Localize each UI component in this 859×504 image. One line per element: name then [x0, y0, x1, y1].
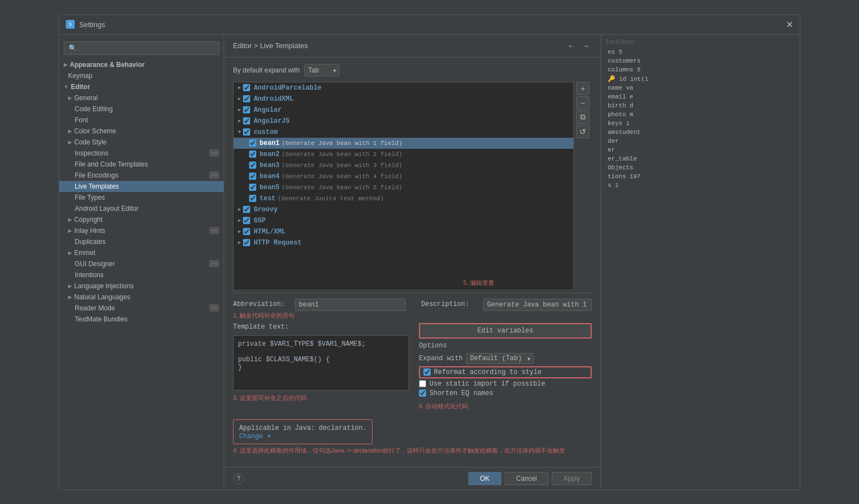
- description-input[interactable]: [483, 299, 592, 311]
- group-checkbox-AndroidXML[interactable]: [243, 95, 250, 102]
- group-checkbox-AndroidParcelable[interactable]: [243, 84, 250, 91]
- content-header: Editor > Live Templates ← →: [224, 35, 601, 58]
- sidebar-badge-file-encodings: ⋯: [209, 172, 219, 179]
- group-checkbox-GSP[interactable]: [243, 217, 250, 224]
- group-checkbox-custom[interactable]: [243, 128, 250, 136]
- sidebar-item-general[interactable]: ▶General: [59, 92, 224, 103]
- sidebar-item-android-layout[interactable]: Android Layout Editor: [59, 203, 224, 214]
- sidebar-item-file-encodings[interactable]: File Encodings⋯: [59, 170, 224, 181]
- sidebar-item-duplicates[interactable]: Duplicates: [59, 236, 224, 247]
- cancel-button[interactable]: Cancel: [505, 472, 548, 485]
- template-group-custom: ▼ custom bean1 (Generate Java bean with …: [234, 127, 573, 204]
- item-checkbox-bean5[interactable]: [249, 184, 256, 191]
- sidebar-item-label-textmate-bundles: TextMate Bundles: [75, 315, 127, 323]
- group-arrow-AngularJS: ▶: [238, 118, 241, 124]
- sidebar-item-keymap[interactable]: Keymap: [59, 70, 224, 81]
- annotation-4: 4. 这里选择此模板的作用域，仅勾选Java -> declaration就行了…: [233, 446, 592, 455]
- item-checkbox-bean1[interactable]: [249, 139, 256, 147]
- right-panel-header: localhost: [606, 39, 795, 45]
- copy-template-button[interactable]: ⧉: [576, 111, 589, 124]
- sidebar-item-emmet[interactable]: ▶Emmet: [59, 247, 224, 258]
- sidebar-item-label-copyright: Copyright: [74, 216, 102, 224]
- sidebar-item-gui-designer[interactable]: GUI Designer⋯: [59, 258, 224, 269]
- template-item-bean2[interactable]: bean2 (Generate Java bean with 2 field): [234, 149, 573, 160]
- right-panel-item: birth d: [606, 101, 795, 110]
- change-link[interactable]: Change ▾: [239, 432, 366, 440]
- static-import-checkbox[interactable]: [419, 380, 426, 387]
- sidebar-item-reader-mode[interactable]: Reader Mode⋯: [59, 303, 224, 314]
- add-template-button[interactable]: +: [576, 82, 589, 95]
- sidebar-item-code-style[interactable]: ▶Code Style: [59, 137, 224, 148]
- reformat-checkbox[interactable]: [423, 368, 431, 376]
- settings-dialog: S Settings ✕ ▶Appearance & BehaviorKeyma…: [59, 14, 800, 490]
- expand-with-label: By default expand with: [233, 66, 300, 74]
- template-group-header-AngularJS[interactable]: ▶ AngularJS: [234, 116, 573, 127]
- item-checkbox-bean3[interactable]: [249, 162, 256, 169]
- sidebar-item-language-injections[interactable]: ▶Language Injections: [59, 280, 224, 292]
- group-checkbox-HTTP_Request[interactable]: [243, 239, 250, 246]
- sidebar-item-intentions[interactable]: Intentions: [59, 269, 224, 280]
- template-group-header-AndroidParcelable[interactable]: ▶ AndroidParcelable: [234, 82, 573, 93]
- sidebar-item-file-types[interactable]: File Types: [59, 192, 224, 203]
- expand-with-select[interactable]: Tab Enter Space: [304, 64, 339, 76]
- sidebar-item-label-keymap: Keymap: [68, 72, 92, 80]
- group-checkbox-Groovy[interactable]: [243, 206, 250, 213]
- sidebar-item-color-scheme[interactable]: ▶Color Scheme: [59, 126, 224, 137]
- remove-template-button[interactable]: −: [576, 96, 589, 110]
- sidebar-item-inspections[interactable]: Inspections⋯: [59, 148, 224, 159]
- group-checkbox-HTML_XML[interactable]: [243, 228, 250, 235]
- sidebar: ▶Appearance & BehaviorKeymap▼Editor▶Gene…: [59, 35, 224, 490]
- search-input[interactable]: [64, 41, 219, 55]
- group-checkbox-AngularJS[interactable]: [243, 117, 250, 124]
- sidebar-item-code-editing[interactable]: Code Editing: [59, 103, 224, 115]
- item-desc-bean2: (Generate Java bean with 2 field): [282, 151, 402, 158]
- right-panel-item: amstudent: [606, 128, 795, 137]
- abbreviation-input[interactable]: [295, 299, 406, 311]
- sidebar-item-label-file-encodings: File Encodings: [75, 172, 118, 179]
- expand-with-option-select[interactable]: Default (Tab) Tab Enter: [466, 353, 534, 364]
- edit-variables-button[interactable]: Edit variables: [419, 323, 592, 339]
- shorten-eq-checkbox-row: Shorten EQ names: [419, 389, 592, 397]
- sidebar-item-inlay-hints[interactable]: ▶Inlay Hints⋯: [59, 225, 224, 236]
- sidebar-item-natural-languages[interactable]: ▶Natural Languages: [59, 292, 224, 303]
- close-button[interactable]: ✕: [786, 19, 793, 30]
- template-group-AndroidXML: ▶ AndroidXML: [234, 93, 573, 105]
- sidebar-item-editor[interactable]: ▼Editor: [59, 81, 224, 92]
- template-group-header-GSP[interactable]: ▶ GSP: [234, 215, 573, 226]
- template-text-area[interactable]: private $VAR1_TYPE$ $VAR1_NAME$; public …: [233, 335, 409, 391]
- ok-button[interactable]: OK: [468, 472, 501, 485]
- template-item-bean5[interactable]: bean5 (Generate Java bean with 5 field): [234, 182, 573, 193]
- applicable-area: Applicable in Java: declaration. Change …: [233, 419, 372, 444]
- item-checkbox-test[interactable]: [249, 195, 256, 202]
- description-label: Description:: [421, 299, 477, 308]
- item-checkbox-bean2[interactable]: [249, 150, 256, 158]
- template-item-bean4[interactable]: bean4 (Generate Java bean with 4 field): [234, 171, 573, 182]
- template-item-bean3[interactable]: bean3 (Generate Java bean with 3 field): [234, 160, 573, 171]
- template-group-header-HTML_XML[interactable]: ▶ HTML/XML: [234, 226, 573, 237]
- shorten-eq-checkbox[interactable]: [419, 389, 426, 397]
- restore-template-button[interactable]: ↺: [576, 125, 589, 138]
- template-group-header-HTTP_Request[interactable]: ▶ HTTP Request: [234, 237, 573, 248]
- template-group-header-AndroidXML[interactable]: ▶ AndroidXML: [234, 93, 573, 105]
- template-group-header-Angular[interactable]: ▶ Angular: [234, 105, 573, 116]
- sidebar-item-copyright[interactable]: ▶Copyright: [59, 214, 224, 225]
- sidebar-item-appearance[interactable]: ▶Appearance & Behavior: [59, 59, 224, 70]
- arrow-icon-language-injections: ▶: [68, 283, 72, 289]
- sidebar-item-font[interactable]: Font: [59, 115, 224, 126]
- apply-button[interactable]: Apply: [552, 472, 592, 485]
- group-checkbox-Angular[interactable]: [243, 106, 250, 113]
- sidebar-item-live-templates[interactable]: Live Templates: [59, 181, 224, 192]
- template-item-bean1[interactable]: bean1 (Generate Java bean with 1 field): [234, 138, 573, 149]
- sidebar-item-textmate-bundles[interactable]: TextMate Bundles: [59, 314, 224, 325]
- sidebar-badge-reader-mode: ⋯: [209, 304, 219, 311]
- back-button[interactable]: ←: [565, 40, 577, 51]
- right-panel-item: email e: [606, 92, 795, 101]
- sidebar-item-file-code-templates[interactable]: File and Code Templates: [59, 159, 224, 170]
- template-group-header-custom[interactable]: ▼ custom: [234, 127, 573, 138]
- template-group-header-Groovy[interactable]: ▶ Groovy: [234, 204, 573, 215]
- help-button[interactable]: ?: [233, 473, 244, 484]
- dialog-title: Settings: [79, 20, 105, 29]
- item-checkbox-bean4[interactable]: [249, 173, 256, 180]
- template-item-test[interactable]: test (Generate Junit4 test method): [234, 193, 573, 204]
- forward-button[interactable]: →: [579, 40, 592, 51]
